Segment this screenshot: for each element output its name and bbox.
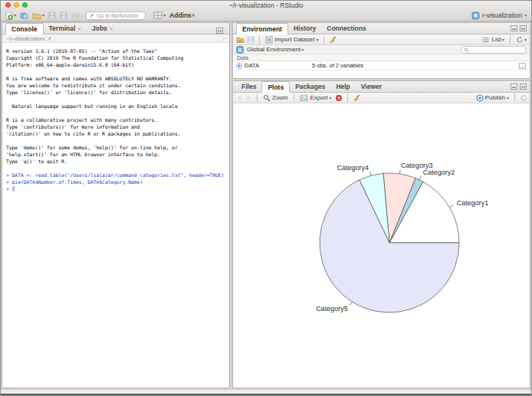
- working-directory: ~/r-visualization/: [6, 36, 45, 41]
- tab-terminal[interactable]: Terminal×: [44, 23, 87, 34]
- workbench: ConsoleTerminal×Jobs× ~/r-visualization/…: [1, 22, 531, 389]
- import-dataset-button[interactable]: Import Dataset ▾: [264, 34, 319, 44]
- open-file-button[interactable]: ▾: [31, 11, 45, 21]
- pie-label-tick: [449, 205, 453, 208]
- expand-object-icon[interactable]: [236, 63, 242, 69]
- print-button[interactable]: [71, 11, 80, 21]
- pane-layout-button[interactable]: ▾: [153, 11, 166, 21]
- console-output[interactable]: R version 3.6.1 (2019-07-05) -- "Action …: [2, 43, 229, 192]
- chevron-down-icon: ▾: [502, 38, 504, 42]
- console-output-line: Platform: x86_64-apple-darwin15.6.0 (64-…: [6, 61, 229, 68]
- console-output-line: R is free software and comes with ABSOLU…: [6, 75, 229, 82]
- tab-files[interactable]: Files: [236, 81, 261, 92]
- tab-label: Packages: [295, 83, 325, 90]
- plot-canvas: Category1Category2Category3Category4Cate…: [233, 103, 530, 387]
- new-project-button[interactable]: [19, 11, 29, 21]
- titlebar: ~/r-visualization - RStudio: [1, 1, 531, 9]
- console-cursor: [12, 186, 15, 191]
- tab-help[interactable]: Help: [330, 81, 355, 92]
- environment-scope-bar: R Global Environment ▾: [233, 45, 530, 54]
- tab-history[interactable]: History: [288, 23, 321, 34]
- addins-menu[interactable]: Addins ▾: [169, 11, 195, 21]
- rstudio-window: ~/r-visualization - RStudio ▾ ▾: [0, 0, 532, 396]
- next-plot-icon[interactable]: [245, 94, 252, 101]
- maximize-pane-icon[interactable]: [216, 28, 223, 34]
- environment-object-row[interactable]: DATA 5 obs. of 2 variables: [233, 61, 530, 70]
- tab-console[interactable]: Console: [5, 23, 44, 34]
- console-input-line: > DATA <- read.table("/Users/lsalazar/co…: [6, 172, 229, 178]
- tab-connections[interactable]: Connections: [321, 23, 371, 34]
- tab-close-icon[interactable]: ×: [110, 25, 113, 32]
- main-toolbar: ▾ ▾: [1, 10, 531, 21]
- tab-label: Connections: [327, 25, 366, 32]
- chevron-down-icon: ▾: [524, 13, 527, 18]
- publish-button[interactable]: Publish ▾: [475, 93, 510, 103]
- import-dataset-icon: [265, 36, 273, 44]
- list-view-button[interactable]: List ▾: [491, 34, 505, 44]
- goto-directory-icon[interactable]: [47, 36, 52, 41]
- project-name: r-visualization: [482, 11, 522, 19]
- environment-pane: EnvironmentHistoryConnections Import Dat: [232, 22, 530, 79]
- tab-packages[interactable]: Packages: [290, 81, 330, 92]
- pie-label-category5: Category5: [316, 305, 348, 313]
- new-file-button[interactable]: ▾: [4, 11, 17, 21]
- load-workspace-icon[interactable]: [236, 36, 245, 44]
- console-output-line: Natural language support but running in …: [6, 103, 229, 110]
- tab-label: Terminal: [49, 25, 76, 32]
- console-output-line: Copyright (C) 2019 The R Foundation for …: [6, 54, 229, 61]
- chevron-down-icon: ▾: [163, 13, 166, 18]
- tab-environment[interactable]: Environment: [236, 23, 288, 34]
- search-icon: [464, 47, 469, 53]
- save-icon: [48, 11, 56, 19]
- console-output-line: R is a collaborative project with many c…: [6, 116, 229, 123]
- project-menu[interactable]: R r-visualization ▾: [471, 11, 528, 20]
- goto-file-input[interactable]: [97, 13, 143, 18]
- save-all-button[interactable]: [59, 11, 68, 21]
- view-data-grid-icon[interactable]: [519, 63, 526, 69]
- goto-file-box[interactable]: [86, 11, 146, 20]
- previous-plot-icon[interactable]: [236, 94, 243, 101]
- tab-close-icon[interactable]: ×: [77, 25, 81, 32]
- export-plot-button[interactable]: Export ▾: [299, 93, 332, 103]
- minimize-pane-icon[interactable]: [511, 83, 517, 90]
- save-workspace-icon[interactable]: [247, 36, 255, 44]
- clear-all-plots-icon[interactable]: [353, 94, 361, 102]
- zoom-plot-button[interactable]: Zoom: [262, 93, 289, 103]
- console-output-line: [6, 137, 229, 144]
- tab-label: History: [294, 25, 316, 32]
- remove-plot-icon[interactable]: [335, 94, 343, 102]
- clear-environment-icon[interactable]: [329, 36, 337, 44]
- chevron-down-icon: ▾: [330, 96, 332, 100]
- new-file-icon: [5, 11, 13, 20]
- data-section-label: Data: [237, 55, 248, 61]
- tab-viewer[interactable]: Viewer: [356, 81, 387, 92]
- environment-search-input[interactable]: [471, 47, 530, 53]
- maximize-pane-icon[interactable]: [520, 25, 527, 31]
- console-pane: ConsoleTerminal×Jobs× ~/r-visualization/…: [2, 22, 230, 388]
- tab-jobs[interactable]: Jobs×: [87, 23, 119, 34]
- refresh-plot-icon[interactable]: [520, 94, 527, 102]
- refresh-environment-button[interactable]: ▾: [515, 34, 527, 44]
- console-action-icon[interactable]: [221, 36, 227, 42]
- chevron-down-icon: ▾: [192, 13, 195, 18]
- toolbar-separator: [257, 93, 258, 102]
- open-folder-icon: [32, 11, 41, 20]
- minimize-pane-icon[interactable]: [511, 25, 517, 31]
- environment-scope-selector[interactable]: Global Environment ▾: [246, 44, 304, 54]
- maximize-pane-icon[interactable]: [520, 83, 527, 90]
- plots-pane: FilesPlotsPackagesHelpViewer Zoom: [232, 80, 530, 388]
- toolbar-separator: [294, 93, 294, 102]
- pane-layout-icon: [153, 11, 163, 19]
- environment-searchbox[interactable]: [461, 46, 527, 54]
- pie-label-category2: Category2: [423, 169, 455, 176]
- console-output-line: You are welcome to redistribute it under…: [6, 82, 229, 89]
- toolbar-separator: [514, 93, 515, 102]
- pie-label-tick: [399, 170, 400, 174]
- tab-label: Jobs: [92, 25, 107, 32]
- tab-plots[interactable]: Plots: [261, 81, 290, 93]
- search-arrow-icon: [89, 12, 95, 18]
- pie-chart: Category1Category2Category3Category4Cate…: [233, 103, 530, 388]
- console-output-line: R version 3.6.1 (2019-07-05) -- "Action …: [6, 47, 229, 54]
- console-output-line: [6, 96, 229, 103]
- save-button[interactable]: [48, 11, 57, 21]
